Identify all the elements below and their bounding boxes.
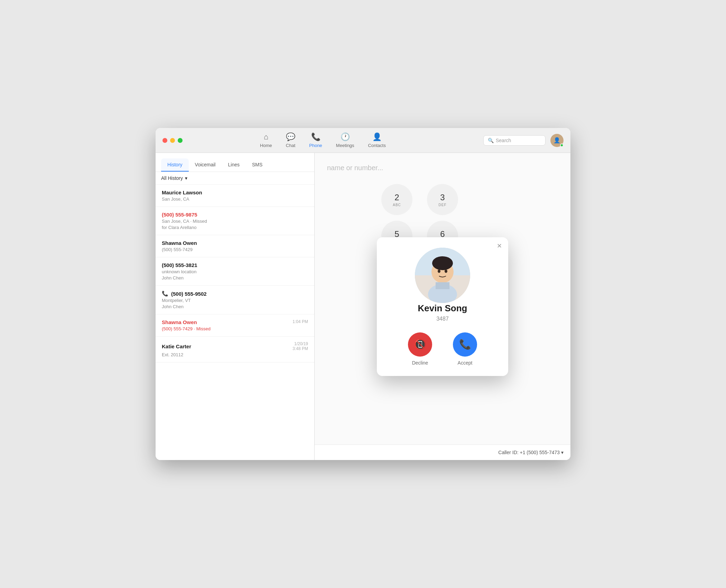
caller-sub2: John Chen <box>162 275 308 281</box>
app-window: ⌂ Home 💬 Chat 📞 Phone 🕐 Meetings 👤 Conta… <box>156 128 570 460</box>
incoming-caller-name: Kevin Song <box>418 303 467 314</box>
subtab-history[interactable]: History <box>161 158 189 172</box>
search-placeholder: Search <box>496 138 511 143</box>
phone-icon: 📞 <box>311 132 320 141</box>
accept-button[interactable]: 📞 <box>453 332 477 357</box>
online-status-dot <box>560 144 564 147</box>
contacts-icon: 👤 <box>372 132 382 141</box>
caller-name: (500) 555-9875 <box>162 212 308 218</box>
subtab-sms[interactable]: SMS <box>246 158 269 172</box>
tab-contacts-label: Contacts <box>368 143 386 148</box>
close-button[interactable] <box>162 138 167 143</box>
svg-point-8 <box>445 269 447 273</box>
decline-action: 📵 Decline <box>408 332 432 366</box>
dial-button-3[interactable]: 3DEF <box>427 184 458 215</box>
accept-action: 📞 Accept <box>453 332 477 366</box>
filter-bar[interactable]: All History ▾ <box>156 172 314 185</box>
subtab-lines[interactable]: Lines <box>222 158 245 172</box>
decline-button[interactable]: 📵 <box>408 332 432 357</box>
list-item[interactable]: 📞 (500) 555-9502 Montpelier, VT John Che… <box>156 286 314 314</box>
caller-info: for Clara Arellano <box>162 225 308 230</box>
accept-label: Accept <box>458 360 473 366</box>
number-input-display: name or number... <box>322 160 564 176</box>
tab-phone[interactable]: 📞 Phone <box>309 132 322 148</box>
tab-chat-label: Chat <box>286 143 295 148</box>
caller-sub: San Jose, CA · Missed <box>162 219 308 224</box>
list-item[interactable]: (500) 555-3821 unknown location John Che… <box>156 257 314 286</box>
main-content: History Voicemail Lines SMS All History … <box>156 153 570 460</box>
search-icon: 🔍 <box>488 138 494 143</box>
call-date: 1/20/19 <box>292 341 308 346</box>
incoming-caller-ext: 3487 <box>436 316 449 322</box>
list-item[interactable]: (500) 555-9875 San Jose, CA · Missed for… <box>156 207 314 235</box>
chevron-down-icon: ▾ <box>185 175 187 181</box>
caller-photo <box>415 248 470 303</box>
filter-label: All History <box>161 175 183 181</box>
minimize-button[interactable] <box>170 138 175 143</box>
left-panel: History Voicemail Lines SMS All History … <box>156 153 315 460</box>
tab-home-label: Home <box>260 143 272 148</box>
maximize-button[interactable] <box>178 138 183 143</box>
caller-sub: Montpelier, VT <box>162 298 308 303</box>
nav-tabs: ⌂ Home 💬 Chat 📞 Phone 🕐 Meetings 👤 Conta… <box>162 132 483 148</box>
tab-meetings-label: Meetings <box>336 143 354 148</box>
decline-icon: 📵 <box>414 339 426 350</box>
traffic-lights <box>162 138 183 143</box>
caller-name: 📞 (500) 555-9502 <box>162 291 308 297</box>
caller-name: Shawna Owen <box>162 240 308 246</box>
list-item[interactable]: Shawna Owen 1:04 PM (500) 555-7429 · Mis… <box>156 314 314 337</box>
chevron-down-icon[interactable]: ▾ <box>561 450 564 455</box>
caller-number: (500) 555-7429 <box>162 247 308 252</box>
caller-name: (500) 555-3821 <box>162 262 308 268</box>
modal-close-button[interactable]: ✕ <box>497 242 502 250</box>
call-list: Maurice Lawson San Jose, CA (500) 555-98… <box>156 185 314 460</box>
incoming-call-modal: ✕ <box>377 237 508 376</box>
home-icon: ⌂ <box>264 132 268 141</box>
meetings-icon: 🕐 <box>341 132 350 141</box>
accept-icon: 📞 <box>459 339 471 350</box>
titlebar: ⌂ Home 💬 Chat 📞 Phone 🕐 Meetings 👤 Conta… <box>156 128 570 153</box>
sub-tabs: History Voicemail Lines SMS <box>156 153 314 172</box>
svg-point-5 <box>432 256 453 270</box>
tab-contacts[interactable]: 👤 Contacts <box>368 132 386 148</box>
list-item[interactable]: Katie Carter 1/20/19 3:48 PM Ext. 20112 <box>156 337 314 362</box>
tab-chat[interactable]: 💬 Chat <box>286 132 295 148</box>
tab-meetings[interactable]: 🕐 Meetings <box>336 132 354 148</box>
tab-home[interactable]: ⌂ Home <box>260 132 272 148</box>
caller-id-bar: Caller ID: +1 (500) 555-7473 ▾ <box>315 444 570 460</box>
svg-point-7 <box>438 269 440 273</box>
subtab-voicemail[interactable]: Voicemail <box>189 158 222 172</box>
search-bar[interactable]: 🔍 Search <box>483 135 546 146</box>
caller-ext: Ext. 20112 <box>162 352 308 357</box>
caller-location: San Jose, CA <box>162 196 308 202</box>
phone-icon: 📞 <box>162 291 168 297</box>
caller-name: Maurice Lawson <box>162 190 308 195</box>
right-panel: name or number... 2ABC 3DEF 5JKL 6MNO <box>315 153 570 460</box>
caller-id-text: Caller ID: +1 (500) 555-7473 <box>498 450 560 455</box>
chat-icon: 💬 <box>286 132 295 141</box>
call-actions: 📵 Decline 📞 Accept <box>408 332 477 366</box>
dial-button-2[interactable]: 2ABC <box>381 184 412 215</box>
caller-name: Shawna Owen <box>162 319 197 325</box>
svg-rect-6 <box>436 282 449 289</box>
decline-label: Decline <box>412 360 428 366</box>
caller-sub: unknown location <box>162 269 308 274</box>
call-time: 1:04 PM <box>292 319 308 325</box>
caller-sub: (500) 555-7429 · Missed <box>162 326 308 331</box>
tab-phone-label: Phone <box>309 143 322 148</box>
caller-sub2: John Chen <box>162 304 308 309</box>
list-item[interactable]: Maurice Lawson San Jose, CA <box>156 185 314 207</box>
avatar-container: 👤 <box>550 134 564 147</box>
list-item[interactable]: Shawna Owen (500) 555-7429 <box>156 235 314 257</box>
call-time: 3:48 PM <box>292 346 308 351</box>
caller-name: Katie Carter <box>162 341 191 351</box>
